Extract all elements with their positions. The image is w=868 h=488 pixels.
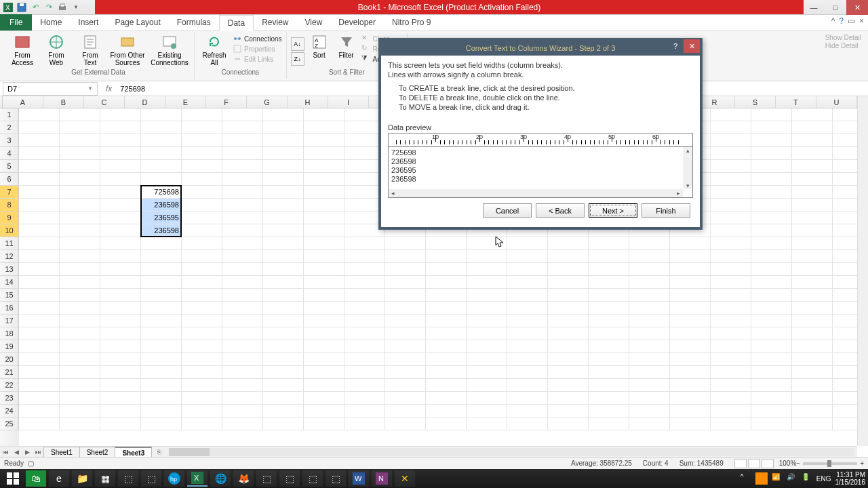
cell-P23[interactable] xyxy=(629,392,670,405)
cell-R4[interactable] xyxy=(711,147,751,160)
cell-K14[interactable] xyxy=(426,276,467,289)
sheet-nav-last[interactable]: ⏭ xyxy=(33,449,43,455)
row-head-21[interactable]: 21 xyxy=(0,366,19,379)
cell-D12[interactable] xyxy=(141,250,182,263)
zoom-out-icon[interactable]: − xyxy=(796,460,800,467)
cell-Q11[interactable] xyxy=(670,237,711,250)
cell-E2[interactable] xyxy=(182,121,222,134)
cell-F6[interactable] xyxy=(222,173,263,186)
cell-L25[interactable] xyxy=(467,418,507,430)
cell-S12[interactable] xyxy=(751,250,792,263)
taskbar-hp-icon[interactable]: hp xyxy=(164,470,184,487)
cell-P24[interactable] xyxy=(629,405,670,418)
cell-G5[interactable] xyxy=(263,160,304,173)
cell-G13[interactable] xyxy=(263,263,304,276)
col-head-T[interactable]: T xyxy=(776,96,816,108)
cell-M11[interactable] xyxy=(507,237,548,250)
cell-D14[interactable] xyxy=(141,276,182,289)
cell-K19[interactable] xyxy=(426,340,467,353)
taskbar-app7-icon[interactable]: ⬚ xyxy=(326,470,346,487)
col-head-C[interactable]: C xyxy=(84,96,125,108)
cell-F19[interactable] xyxy=(222,340,263,353)
cell-F1[interactable] xyxy=(222,108,263,121)
cell-R19[interactable] xyxy=(711,340,751,353)
cell-A4[interactable] xyxy=(19,147,60,160)
cell-H15[interactable] xyxy=(304,289,344,302)
cell-F14[interactable] xyxy=(222,276,263,289)
cell-Q18[interactable] xyxy=(670,327,711,340)
cell-L17[interactable] xyxy=(467,314,507,327)
cell-D9[interactable]: 236595 xyxy=(141,211,182,224)
row-head-7[interactable]: 7 xyxy=(0,186,19,199)
cell-J19[interactable] xyxy=(385,340,426,353)
cell-B24[interactable] xyxy=(60,405,100,418)
cell-E21[interactable] xyxy=(182,366,222,379)
cell-I25[interactable] xyxy=(344,418,385,430)
cell-S24[interactable] xyxy=(751,405,792,418)
cell-D5[interactable] xyxy=(141,160,182,173)
taskbar-onenote-icon[interactable]: N xyxy=(372,470,392,487)
cell-G23[interactable] xyxy=(263,392,304,405)
minimize-button[interactable]: — xyxy=(803,0,825,15)
cell-D2[interactable] xyxy=(141,121,182,134)
row-head-23[interactable]: 23 xyxy=(0,392,19,405)
row-head-1[interactable]: 1 xyxy=(0,108,19,121)
cell-L23[interactable] xyxy=(467,392,507,405)
cell-T4[interactable] xyxy=(792,147,833,160)
redo-icon[interactable]: ↷ xyxy=(43,2,54,13)
cell-H12[interactable] xyxy=(304,250,344,263)
cell-J22[interactable] xyxy=(385,379,426,392)
cell-E20[interactable] xyxy=(182,353,222,366)
cell-C3[interactable] xyxy=(100,134,141,147)
connections-button[interactable]: Connections xyxy=(233,34,282,43)
cell-Q22[interactable] xyxy=(670,379,711,392)
cell-R23[interactable] xyxy=(711,392,751,405)
cell-F18[interactable] xyxy=(222,327,263,340)
cell-A10[interactable] xyxy=(19,224,60,237)
cell-S15[interactable] xyxy=(751,289,792,302)
cell-C10[interactable] xyxy=(100,224,141,237)
cell-M21[interactable] xyxy=(507,366,548,379)
cell-T23[interactable] xyxy=(792,392,833,405)
row-head-4[interactable]: 4 xyxy=(0,147,19,160)
cell-T19[interactable] xyxy=(792,340,833,353)
view-break-icon[interactable] xyxy=(762,459,774,468)
cell-B7[interactable] xyxy=(60,186,100,199)
cell-A20[interactable] xyxy=(19,353,60,366)
cell-M23[interactable] xyxy=(507,392,548,405)
taskbar-app2-icon[interactable]: ⬚ xyxy=(118,470,138,487)
cell-T16[interactable] xyxy=(792,302,833,314)
cell-E12[interactable] xyxy=(182,250,222,263)
cell-H5[interactable] xyxy=(304,160,344,173)
cell-H22[interactable] xyxy=(304,379,344,392)
cell-F16[interactable] xyxy=(222,302,263,314)
cell-S19[interactable] xyxy=(751,340,792,353)
cell-N19[interactable] xyxy=(548,340,589,353)
col-head-A[interactable]: A xyxy=(3,96,43,108)
from-web-button[interactable]: From Web xyxy=(41,34,72,68)
cell-K21[interactable] xyxy=(426,366,467,379)
cell-F12[interactable] xyxy=(222,250,263,263)
cell-T24[interactable] xyxy=(792,405,833,418)
cell-Q23[interactable] xyxy=(670,392,711,405)
cell-T25[interactable] xyxy=(792,418,833,430)
cell-T8[interactable] xyxy=(792,199,833,211)
cell-R22[interactable] xyxy=(711,379,751,392)
cell-E16[interactable] xyxy=(182,302,222,314)
existing-connections-button[interactable]: Existing Connections xyxy=(149,34,190,68)
cell-B9[interactable] xyxy=(60,211,100,224)
cell-D15[interactable] xyxy=(141,289,182,302)
cell-D24[interactable] xyxy=(141,405,182,418)
cell-O13[interactable] xyxy=(589,263,629,276)
tab-nitro[interactable]: Nitro Pro 9 xyxy=(384,14,439,30)
taskbar-app3-icon[interactable]: ⬚ xyxy=(141,470,161,487)
row-head-2[interactable]: 2 xyxy=(0,121,19,134)
cell-C25[interactable] xyxy=(100,418,141,430)
taskbar-excel-icon[interactable]: X xyxy=(187,470,208,487)
cell-L18[interactable] xyxy=(467,327,507,340)
start-button[interactable] xyxy=(3,470,23,487)
row-head-12[interactable]: 12 xyxy=(0,250,19,263)
cell-M13[interactable] xyxy=(507,263,548,276)
cell-M22[interactable] xyxy=(507,379,548,392)
cell-N16[interactable] xyxy=(548,302,589,314)
